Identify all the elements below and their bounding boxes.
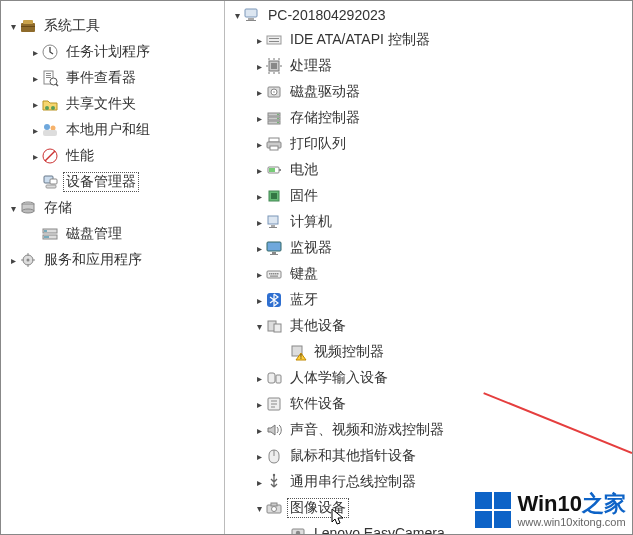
device-category-storage-ctrl[interactable]: ▸ 存储控制器 — [225, 105, 632, 131]
expander-expand-icon[interactable]: ▸ — [253, 84, 265, 100]
device-category-mice[interactable]: ▸ 鼠标和其他指针设备 — [225, 443, 632, 469]
svg-rect-61 — [269, 273, 271, 275]
device-category-monitors[interactable]: ▸ 监视器 — [225, 235, 632, 261]
event-log-icon — [41, 69, 59, 87]
device-category-imaging[interactable]: ▾ 图像设备 — [225, 495, 632, 521]
keyboard-icon — [265, 265, 283, 283]
svg-rect-57 — [267, 242, 281, 251]
expander-expand-icon[interactable]: ▸ — [253, 266, 265, 282]
device-category-bluetooth[interactable]: ▸ 蓝牙 — [225, 287, 632, 313]
svg-point-10 — [45, 106, 49, 110]
svg-rect-66 — [270, 276, 278, 277]
split-panes: ▾ 系统工具 ▸ 任务计划程序 ▸ 事件查看器 — [1, 1, 632, 534]
device-item-lenovo-camera[interactable]: ▸ Lenovo EasyCamera — [225, 521, 632, 534]
expander-expand-icon[interactable]: ▸ — [253, 162, 265, 178]
tree-node-task-scheduler[interactable]: ▸ 任务计划程序 — [1, 39, 224, 65]
tree-label: 事件查看器 — [63, 68, 139, 88]
device-category-cpu[interactable]: ▸ 处理器 — [225, 53, 632, 79]
expander-collapse-icon[interactable]: ▾ — [253, 500, 265, 516]
device-tree-pane[interactable]: ▾ PC-201804292023 ▸ IDE ATA/ATAPI 控制器 ▸ … — [225, 1, 632, 534]
users-icon — [41, 121, 59, 139]
storage-icon — [19, 199, 37, 217]
device-category-disk-drives[interactable]: ▸ 磁盘驱动器 — [225, 79, 632, 105]
svg-point-44 — [277, 118, 279, 120]
tree-label: 存储 — [41, 198, 75, 218]
svg-rect-64 — [275, 273, 277, 275]
expander-expand-icon[interactable]: ▸ — [29, 44, 41, 60]
tree-node-disk-management[interactable]: ▸ 磁盘管理 — [1, 221, 224, 247]
expander-expand-icon[interactable]: ▸ — [253, 422, 265, 438]
expander-expand-icon[interactable]: ▸ — [253, 58, 265, 74]
expander-collapse-icon[interactable]: ▾ — [231, 7, 243, 23]
tree-node-storage[interactable]: ▾ 存储 — [1, 195, 224, 221]
expander-expand-icon[interactable]: ▸ — [253, 292, 265, 308]
svg-rect-36 — [271, 63, 277, 69]
svg-text:!: ! — [300, 353, 302, 360]
svg-point-8 — [50, 78, 57, 85]
svg-rect-2 — [21, 26, 35, 27]
device-category-hid[interactable]: ▸ 人体学输入设备 — [225, 365, 632, 391]
expander-expand-icon[interactable]: ▸ — [29, 96, 41, 112]
expander-expand-icon[interactable]: ▸ — [253, 240, 265, 256]
expander-expand-icon[interactable]: ▸ — [253, 110, 265, 126]
tree-node-local-users[interactable]: ▸ 本地用户和组 — [1, 117, 224, 143]
sound-icon — [265, 421, 283, 439]
device-category-keyboards[interactable]: ▸ 键盘 — [225, 261, 632, 287]
device-item-video-controller[interactable]: ▸ ! 视频控制器 — [225, 339, 632, 365]
tree-node-performance[interactable]: ▸ 性能 — [1, 143, 224, 169]
svg-rect-14 — [43, 130, 57, 136]
expander-expand-icon[interactable]: ▸ — [253, 214, 265, 230]
svg-point-39 — [273, 91, 275, 93]
svg-point-80 — [272, 507, 277, 512]
device-category-firmware[interactable]: ▸ 固件 — [225, 183, 632, 209]
firmware-icon — [265, 187, 283, 205]
expander-expand-icon[interactable]: ▸ — [253, 370, 265, 386]
expander-collapse-icon[interactable]: ▾ — [7, 200, 19, 216]
device-category-print-queues[interactable]: ▸ 打印队列 — [225, 131, 632, 157]
expander-expand-icon[interactable]: ▸ — [253, 396, 265, 412]
expander-expand-icon[interactable]: ▸ — [29, 70, 41, 86]
expander-expand-icon[interactable]: ▸ — [253, 448, 265, 464]
svg-rect-34 — [269, 41, 279, 42]
device-category-software-devices[interactable]: ▸ 软件设备 — [225, 391, 632, 417]
expander-expand-icon[interactable]: ▸ — [253, 474, 265, 490]
expander-collapse-icon[interactable]: ▾ — [7, 18, 19, 34]
device-category-other-devices[interactable]: ▾ 其他设备 — [225, 313, 632, 339]
expander-expand-icon[interactable]: ▸ — [253, 188, 265, 204]
svg-rect-25 — [44, 230, 47, 232]
device-category-usb[interactable]: ▸ 通用串行总线控制器 — [225, 469, 632, 495]
svg-rect-53 — [271, 193, 277, 199]
svg-point-13 — [51, 126, 56, 131]
device-label: 磁盘驱动器 — [287, 82, 363, 102]
device-category-ide[interactable]: ▸ IDE ATA/ATAPI 控制器 — [225, 27, 632, 53]
device-root[interactable]: ▾ PC-201804292023 — [225, 3, 632, 27]
device-label: 声音、视频和游戏控制器 — [287, 420, 447, 440]
device-category-sound-video-game[interactable]: ▸ 声音、视频和游戏控制器 — [225, 417, 632, 443]
tree-label: 磁盘管理 — [63, 224, 125, 244]
expander-collapse-icon[interactable]: ▾ — [253, 318, 265, 334]
expander-expand-icon[interactable]: ▸ — [29, 122, 41, 138]
device-label: 软件设备 — [287, 394, 349, 414]
device-category-computer[interactable]: ▸ 计算机 — [225, 209, 632, 235]
device-category-batteries[interactable]: ▸ 电池 — [225, 157, 632, 183]
expander-expand-icon[interactable]: ▸ — [253, 32, 265, 48]
expander-expand-icon[interactable]: ▸ — [7, 252, 19, 268]
tree-node-system-tools[interactable]: ▾ 系统工具 — [1, 13, 224, 39]
unknown-device-warning-icon: ! — [289, 343, 307, 361]
svg-rect-58 — [272, 252, 276, 254]
tree-node-event-viewer[interactable]: ▸ 事件查看器 — [1, 65, 224, 91]
hid-icon — [265, 369, 283, 387]
tree-node-services-apps[interactable]: ▸ 服务和应用程序 — [1, 247, 224, 273]
svg-rect-26 — [44, 236, 49, 238]
tree-node-shared-folders[interactable]: ▸ 共享文件夹 — [1, 91, 224, 117]
svg-line-9 — [56, 84, 58, 86]
left-tree-pane[interactable]: ▾ 系统工具 ▸ 任务计划程序 ▸ 事件查看器 — [1, 1, 225, 534]
other-devices-icon — [265, 317, 283, 335]
svg-rect-51 — [269, 168, 275, 172]
expander-expand-icon[interactable]: ▸ — [253, 136, 265, 152]
bluetooth-icon — [265, 291, 283, 309]
expander-expand-icon[interactable]: ▸ — [29, 148, 41, 164]
tree-node-device-manager[interactable]: ▸ 设备管理器 — [1, 169, 224, 195]
device-label: 人体学输入设备 — [287, 368, 391, 388]
device-label-selected: 图像设备 — [287, 498, 349, 518]
